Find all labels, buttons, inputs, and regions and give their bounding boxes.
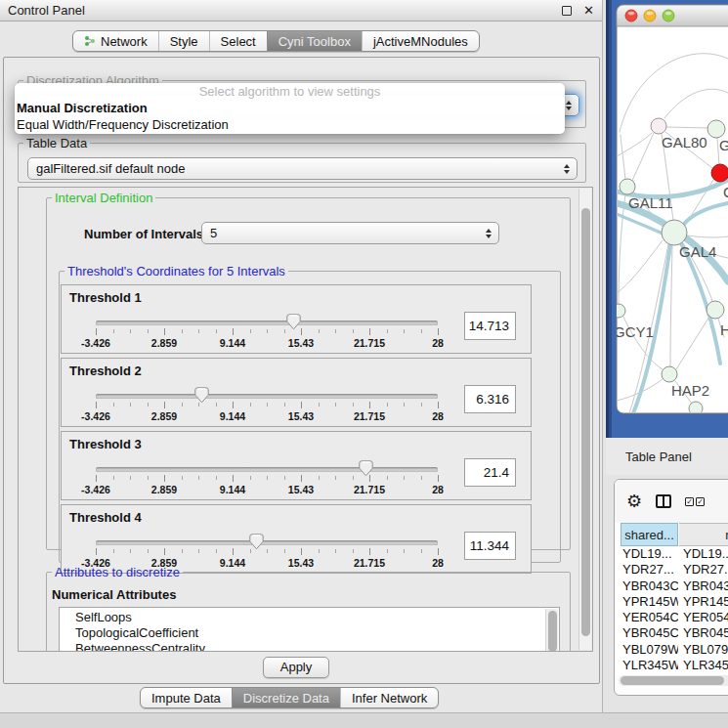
table-cell[interactable]: YBR043C xyxy=(679,578,728,594)
threshold-label: Threshold 4 xyxy=(69,510,142,525)
select-columns-icon[interactable]: ✓✓ xyxy=(685,497,705,506)
table-cell[interactable]: YDR27... xyxy=(679,562,728,578)
tab-network[interactable]: Network xyxy=(73,31,158,51)
table-cell[interactable]: YLR345W xyxy=(621,658,678,673)
table-row[interactable]: YLR345WYLR345W xyxy=(615,658,728,673)
slider-track[interactable] xyxy=(96,540,438,545)
tab-discretize-data[interactable]: Discretize Data xyxy=(232,688,340,707)
slider-tick xyxy=(387,329,388,333)
network-node-c[interactable] xyxy=(711,164,728,182)
table-panel-title: Table Panel xyxy=(606,438,728,475)
network-node-gal11[interactable] xyxy=(620,179,635,194)
slider-tick xyxy=(404,476,405,480)
slider-tick xyxy=(301,548,302,555)
table-row[interactable]: YDL19...YDL19... xyxy=(615,546,728,562)
slider-tick xyxy=(284,329,285,333)
table-cell[interactable]: YPR145W xyxy=(679,594,728,610)
threshold-value-field[interactable]: 21.4 xyxy=(464,458,516,487)
table-cell[interactable]: YER054C xyxy=(621,610,678,625)
list-scrollbar[interactable] xyxy=(545,609,558,652)
table-hscrollbar-thumb[interactable] xyxy=(621,676,724,685)
column-header-name[interactable]: na xyxy=(679,523,728,546)
slider-thumb[interactable] xyxy=(194,387,209,407)
traffic-light-highlight xyxy=(628,12,635,16)
threshold-label: Threshold 1 xyxy=(69,290,142,305)
float-window-icon[interactable] xyxy=(562,6,572,16)
table-cell[interactable]: YDL19... xyxy=(621,546,678,562)
network-node-hap2[interactable] xyxy=(662,366,677,382)
close-traffic-light-icon[interactable] xyxy=(625,10,637,21)
table-data-combobox[interactable]: galFiltered.sif default node xyxy=(27,157,578,180)
table-cell[interactable]: YBL079W xyxy=(679,642,728,658)
tab-label: Impute Data xyxy=(151,691,221,706)
columns-icon[interactable] xyxy=(656,494,671,508)
zoom-traffic-light-icon[interactable] xyxy=(663,10,674,21)
table-row[interactable]: YBL079WYBL079W xyxy=(615,642,728,658)
threshold-slider[interactable]: -3.4262.8599.14415.4321.71528 xyxy=(96,386,438,425)
slider-tick xyxy=(421,403,422,407)
threshold-value-field[interactable]: 11.344 xyxy=(464,532,516,560)
table-cell[interactable]: YBR043C xyxy=(621,578,678,594)
table-cell[interactable]: YER054C xyxy=(679,610,728,625)
table-row[interactable]: YPR145WYPR145W xyxy=(615,594,728,610)
threshold-row-4: Threshold 4-3.4262.8599.14415.4321.71528… xyxy=(61,504,532,574)
tab-select[interactable]: Select xyxy=(209,31,267,51)
close-panel-icon[interactable]: ✕ xyxy=(583,6,594,16)
table-cell[interactable]: YBR045C xyxy=(679,625,728,641)
settings-scrollbar[interactable] xyxy=(578,189,591,650)
numerical-attributes-list[interactable]: SelfLoopsTopologicalCoefficientBetweenne… xyxy=(59,607,560,652)
attribute-item-selfloops[interactable]: SelfLoops xyxy=(75,610,559,625)
table-cell[interactable]: YDR27... xyxy=(621,562,678,578)
tab-impute-data[interactable]: Impute Data xyxy=(141,688,232,707)
threshold-value-field[interactable]: 6.316 xyxy=(464,385,516,413)
table-cell[interactable]: YLR345W xyxy=(679,658,728,673)
table-cell[interactable]: YBL079W xyxy=(621,642,678,658)
attribute-item-betweennesscentrality[interactable]: BetweennessCentrality xyxy=(75,641,559,652)
bottom-tab-bar: Impute DataDiscretize DataInfer Network xyxy=(140,687,439,708)
table-cell[interactable]: YPR145W xyxy=(621,594,678,610)
column-header-shared-name[interactable]: shared... xyxy=(621,523,678,546)
table-row[interactable]: YDR27...YDR27... xyxy=(615,562,728,578)
minimize-traffic-light-icon[interactable] xyxy=(644,10,656,21)
gear-icon[interactable]: ⚙︎ xyxy=(626,492,642,510)
table-row[interactable]: YBR043CYBR043C xyxy=(615,578,728,594)
apply-button[interactable]: Apply xyxy=(263,657,329,678)
algorithm-option-equal-width-frequency-discretization[interactable]: Equal Width/Frequency Discretization xyxy=(15,116,565,133)
tab-label: jActiveMNodules xyxy=(373,34,468,49)
threshold-value-field[interactable]: 14.713 xyxy=(464,312,516,340)
slider-tick xyxy=(148,476,149,480)
network-view[interactable]: GAL80GACGAL11GAL4GCY1HHAP2 xyxy=(606,0,728,438)
table-row[interactable]: YER054CYER054C xyxy=(615,610,728,625)
top-tab-bar: NetworkStyleSelectCyni ToolboxjActiveMNo… xyxy=(72,30,480,52)
table-cell[interactable]: YDL19... xyxy=(679,546,728,562)
network-node-label: GAL11 xyxy=(628,194,673,211)
network-node-ga[interactable] xyxy=(707,120,725,138)
slider-thumb[interactable] xyxy=(286,314,301,334)
list-scrollbar-thumb[interactable] xyxy=(548,611,557,652)
tab-infer-network[interactable]: Infer Network xyxy=(340,688,438,707)
slider-tick xyxy=(387,549,388,553)
interval-definition-title: Interval Definition xyxy=(52,191,155,205)
tab-cyni-toolbox[interactable]: Cyni Toolbox xyxy=(267,31,362,51)
network-node-h[interactable] xyxy=(707,301,724,319)
tab-jactivemnodules[interactable]: jActiveMNodules xyxy=(362,31,479,51)
slider-track[interactable] xyxy=(96,394,438,399)
tab-style[interactable]: Style xyxy=(158,31,209,51)
threshold-slider[interactable]: -3.4262.8599.14415.4321.71528 xyxy=(96,459,438,498)
network-node-gal4[interactable] xyxy=(662,220,687,245)
slider-track[interactable] xyxy=(96,321,438,325)
table-hscrollbar[interactable] xyxy=(619,675,728,686)
threshold-slider[interactable]: -3.4262.8599.14415.4321.71528 xyxy=(96,313,438,352)
algorithm-option-manual-discretization[interactable]: Manual Discretization xyxy=(15,100,565,116)
slider-thumb[interactable] xyxy=(359,460,373,481)
table-row[interactable]: YBR045CYBR045C xyxy=(615,625,728,641)
slider-tick-label: -3.426 xyxy=(81,337,110,349)
number-of-intervals-combobox[interactable]: 5 xyxy=(201,222,499,244)
attribute-item-topologicalcoefficient[interactable]: TopologicalCoefficient xyxy=(75,625,559,641)
table-cell[interactable]: YBR045C xyxy=(621,625,678,641)
network-node-gal80[interactable] xyxy=(651,118,666,134)
slider-tick-label: 21.715 xyxy=(354,484,385,495)
settings-scrollbar-thumb[interactable] xyxy=(581,208,590,636)
slider-track[interactable] xyxy=(96,467,438,472)
slider-thumb[interactable] xyxy=(249,534,264,554)
